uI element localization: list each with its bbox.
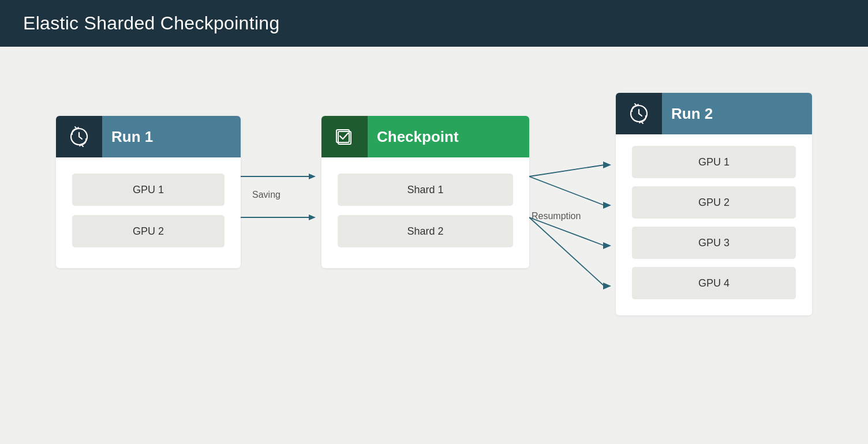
run1-icon-bg <box>56 116 102 157</box>
run1-header: Run 1 <box>56 116 241 157</box>
run2-clock-icon <box>626 101 652 126</box>
diagram-container: Run 1 GPU 1 GPU 2 Saving <box>0 47 868 444</box>
run1-checkpoint-gap: Saving <box>241 116 321 277</box>
saving-label: Saving <box>252 190 280 200</box>
run2-body: GPU 1 GPU 2 GPU 3 GPU 4 <box>616 134 812 315</box>
svg-marker-14 <box>603 283 611 289</box>
svg-marker-12 <box>603 242 611 249</box>
run2-header: Run 2 <box>616 93 812 134</box>
svg-line-13 <box>529 217 604 286</box>
checkpoint-shard2: Shard 2 <box>338 215 513 247</box>
run2-gpu4: GPU 4 <box>632 267 796 299</box>
checkpoint-icon <box>332 124 357 149</box>
run1-gpu1: GPU 1 <box>72 174 225 206</box>
resumption-label: Resumption <box>532 211 581 221</box>
checkpoint-run2-gap: Resumption <box>529 116 616 347</box>
resumption-arrows <box>529 116 616 347</box>
run2-gpu2: GPU 2 <box>632 186 796 219</box>
run1-label: Run 1 <box>102 116 241 157</box>
checkpoint-shard1: Shard 1 <box>338 174 513 206</box>
checkpoint-header: Checkpoint <box>321 116 529 157</box>
checkpoint-section: Checkpoint Shard 1 Shard 2 <box>321 116 529 268</box>
run2-gpu1: GPU 1 <box>632 146 796 178</box>
clock-icon <box>66 124 92 149</box>
run2-icon-bg <box>616 93 662 134</box>
page-header: Elastic Sharded Checkpointing <box>0 0 868 47</box>
run1-section: Run 1 GPU 1 GPU 2 <box>56 116 241 268</box>
svg-line-9 <box>529 176 604 205</box>
svg-marker-8 <box>603 161 611 168</box>
run2-box: Run 2 GPU 1 GPU 2 GPU 3 GPU 4 <box>616 93 812 315</box>
run2-gpu3: GPU 3 <box>632 227 796 259</box>
checkpoint-label: Checkpoint <box>368 116 529 157</box>
svg-marker-4 <box>309 215 316 220</box>
svg-line-7 <box>529 165 604 176</box>
page-title: Elastic Sharded Checkpointing <box>23 13 845 34</box>
run1-box: Run 1 GPU 1 GPU 2 <box>56 116 241 268</box>
svg-marker-2 <box>309 174 316 179</box>
checkpoint-box: Checkpoint Shard 1 Shard 2 <box>321 116 529 268</box>
run2-section: Run 2 GPU 1 GPU 2 GPU 3 GPU 4 <box>616 93 812 315</box>
run1-body: GPU 1 GPU 2 <box>56 157 241 268</box>
checkpoint-body: Shard 1 Shard 2 <box>321 157 529 268</box>
run1-gpu2: GPU 2 <box>72 215 225 247</box>
run2-label: Run 2 <box>662 93 812 134</box>
svg-marker-10 <box>603 202 611 209</box>
checkpoint-icon-bg <box>321 116 368 157</box>
svg-line-11 <box>529 217 604 246</box>
